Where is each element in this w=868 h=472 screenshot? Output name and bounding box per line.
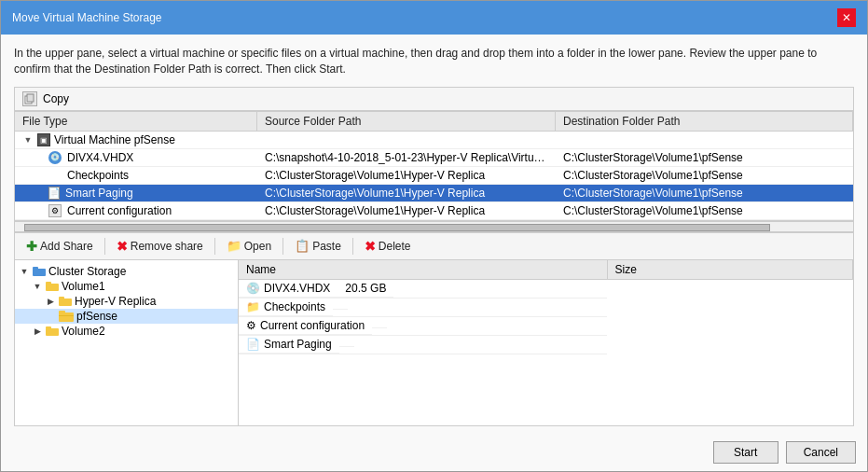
table-header: File Type Source Folder Path Destination…	[15, 112, 853, 132]
cell-dest-0	[556, 138, 853, 142]
cell-filetype-1: 💿 DIVX4.VHDX	[15, 149, 257, 166]
cluster-folder-icon	[33, 266, 46, 276]
lower-section: ✚ Add Share ✖ Remove share 📁 Open 📋 Past…	[14, 232, 854, 426]
svg-rect-1	[27, 94, 34, 102]
table-row[interactable]: 💿 DIVX4.VHDX C:\snapshot\4-10-2018_5-01-…	[15, 149, 853, 167]
right-cell-name-2: ⚙ Current configuration	[239, 317, 372, 335]
row-label-2: Checkpoints	[67, 169, 129, 182]
cancel-button[interactable]: Cancel	[786, 441, 856, 464]
right-cell-name-1: 📁 Checkpoints	[239, 298, 333, 316]
right-label-3: Smart Paging	[264, 338, 332, 351]
table-row[interactable]: 📄 Smart Paging C:\ClusterStorage\Volume1…	[15, 185, 853, 202]
remove-share-label: Remove share	[131, 240, 203, 253]
tree-label-hyperv: Hyper-V Replica	[75, 295, 156, 308]
tree-item-pfsense[interactable]: ▶ pfSense	[15, 309, 238, 324]
close-button[interactable]: ✕	[837, 8, 856, 27]
right-row-config[interactable]: ⚙ Current configuration	[239, 317, 607, 336]
expand-volume1-icon[interactable]: ▼	[32, 282, 43, 291]
remove-share-button[interactable]: ✖ Remove share	[113, 237, 207, 256]
start-button[interactable]: Start	[713, 441, 778, 464]
right-label-2: Current configuration	[260, 319, 365, 332]
paging-icon: 📄	[48, 187, 60, 200]
title-bar: Move Virtual Machine Storage ✕	[1, 1, 867, 35]
table-body: ▼ ▣ Virtual Machine pfSense 💿 DIVX4.VHDX…	[15, 132, 853, 220]
config-icon: ⚙	[48, 204, 62, 217]
expand-hyperv-icon[interactable]: ▶	[45, 297, 56, 306]
toolbar-separator-2	[214, 238, 215, 255]
table-row[interactable]: Checkpoints C:\ClusterStorage\Volume1\Hy…	[15, 167, 853, 185]
row-label-0: Virtual Machine pfSense	[54, 133, 175, 146]
hyperv-folder-icon	[59, 296, 72, 306]
table-row[interactable]: ⚙ Current configuration C:\ClusterStorag…	[15, 202, 853, 220]
right-cell-name-3: 📄 Smart Paging	[239, 336, 339, 354]
cell-source-1: C:\snapshot\4-10-2018_5-01-23\Hyper-V Re…	[257, 149, 556, 166]
svg-rect-11	[46, 328, 59, 336]
paste-icon: 📋	[295, 239, 310, 253]
add-share-icon: ✚	[26, 239, 37, 254]
open-button[interactable]: 📁 Open	[223, 237, 275, 255]
svg-rect-9	[59, 311, 65, 314]
cell-filetype-0: ▼ ▣ Virtual Machine pfSense	[15, 132, 257, 148]
bottom-bar: Start Cancel	[1, 434, 867, 471]
delete-label: Delete	[379, 240, 411, 253]
pfsense-folder-icon	[59, 310, 74, 322]
delete-button[interactable]: ✖ Delete	[361, 237, 415, 256]
right-cfg-icon: ⚙	[246, 319, 256, 332]
row-label-4: Current configuration	[67, 204, 172, 217]
right-file-pane[interactable]: Name Size 💿 DIVX4.VHDX	[239, 260, 853, 425]
tree-item-hyperv-replica[interactable]: ▶ Hyper-V Replica	[15, 294, 238, 309]
instruction-text: In the upper pane, select a virtual mach…	[14, 46, 854, 77]
volume2-folder-icon	[46, 326, 59, 336]
cell-dest-1: C:\ClusterStorage\Volume1\pfSense	[556, 149, 853, 166]
volume1-folder-icon	[46, 281, 59, 291]
right-paging-icon: 📄	[246, 338, 260, 351]
expand-volume2-icon[interactable]: ▶	[32, 326, 43, 336]
cell-source-0	[257, 138, 556, 142]
cell-source-3: C:\ClusterStorage\Volume1\Hyper-V Replic…	[257, 185, 556, 201]
paste-label: Paste	[312, 240, 341, 253]
lower-toolbar: ✚ Add Share ✖ Remove share 📁 Open 📋 Past…	[14, 232, 854, 259]
horizontal-scrollbar[interactable]	[14, 221, 854, 232]
toolbar-separator-1	[104, 238, 105, 255]
expand-cluster-icon[interactable]: ▼	[19, 267, 30, 276]
cell-dest-3: C:\ClusterStorage\Volume1\pfSense	[556, 185, 853, 201]
toolbar-separator-4	[352, 238, 353, 255]
add-share-label: Add Share	[40, 240, 93, 253]
header-filetype: File Type	[15, 112, 257, 131]
svg-rect-12	[46, 326, 51, 329]
scrollbar-thumb[interactable]	[24, 224, 770, 231]
right-disk-icon: 💿	[246, 282, 260, 295]
left-tree-pane[interactable]: ▼ Cluster Storage ▼ Volume1 ▶ Hyper	[15, 260, 239, 425]
row-label-3: Smart Paging	[65, 187, 133, 200]
right-cell-size-3	[339, 342, 354, 347]
svg-rect-2	[33, 269, 46, 276]
table-row[interactable]: ▼ ▣ Virtual Machine pfSense	[15, 132, 853, 149]
right-row-paging[interactable]: 📄 Smart Paging	[239, 336, 607, 354]
cell-source-2: C:\ClusterStorage\Volume1\Hyper-V Replic…	[257, 167, 556, 184]
right-header-size: Size	[607, 260, 852, 280]
tree-label-cluster: Cluster Storage	[48, 265, 126, 278]
right-cell-size-2	[372, 324, 387, 328]
lower-panes: ▼ Cluster Storage ▼ Volume1 ▶ Hyper	[14, 259, 854, 426]
right-cell-size-1	[333, 305, 348, 310]
right-label-1: Checkpoints	[264, 300, 325, 313]
tree-item-volume1[interactable]: ▼ Volume1	[15, 279, 238, 294]
delete-icon: ✖	[365, 239, 376, 254]
open-label: Open	[244, 240, 271, 253]
right-row-divx4[interactable]: 💿 DIVX4.VHDX 20.5 GB	[239, 280, 607, 298]
row-label-1: DIVX4.VHDX	[67, 151, 133, 164]
paste-button[interactable]: 📋 Paste	[291, 237, 345, 255]
add-share-button[interactable]: ✚ Add Share	[22, 237, 97, 256]
right-label-0: DIVX4.VHDX	[264, 282, 330, 295]
copy-icon	[22, 91, 37, 106]
tree-item-volume2[interactable]: ▶ Volume2	[15, 324, 238, 339]
right-row-checkpoints[interactable]: 📁 Checkpoints	[239, 298, 607, 317]
right-header-name: Name	[239, 260, 607, 280]
header-dest: Destination Folder Path	[556, 112, 853, 131]
svg-rect-10	[59, 315, 74, 316]
tree-item-cluster-storage[interactable]: ▼ Cluster Storage	[15, 264, 238, 279]
open-icon: 📁	[227, 239, 241, 253]
toolbar-separator-3	[282, 238, 283, 255]
vm-icon: ▣	[37, 133, 50, 146]
right-folder-icon: 📁	[246, 300, 260, 313]
